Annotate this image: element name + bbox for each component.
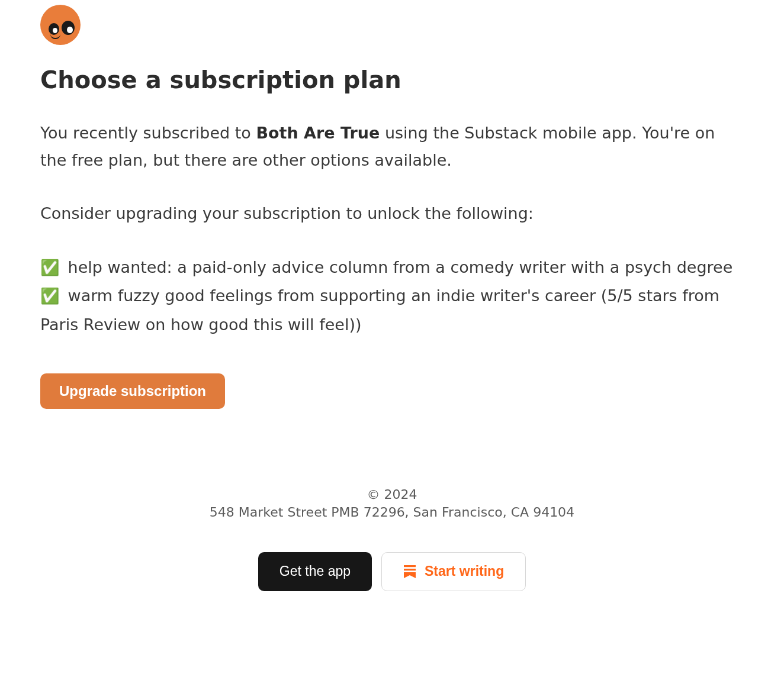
benefit-text: help wanted: a paid-only advice column f…: [68, 258, 733, 276]
logo-eye-left: [49, 23, 59, 35]
upgrade-subscription-button[interactable]: Upgrade subscription: [40, 373, 225, 409]
intro-pre: You recently subscribed to: [40, 124, 256, 142]
footer-copyright: © 2024: [40, 486, 744, 504]
check-icon: ✅: [40, 287, 59, 305]
benefit-item: ✅ help wanted: a paid-only advice column…: [40, 253, 744, 282]
get-the-app-label: Get the app: [279, 565, 351, 578]
benefits-list: ✅ help wanted: a paid-only advice column…: [40, 253, 744, 340]
logo-eye-right: [62, 21, 75, 35]
get-the-app-button[interactable]: Get the app: [258, 552, 372, 591]
svg-rect-1: [404, 569, 416, 570]
intro-paragraph: You recently subscribed to Both Are True…: [40, 120, 744, 174]
svg-rect-0: [404, 565, 416, 567]
check-icon: ✅: [40, 259, 59, 276]
start-writing-label: Start writing: [425, 565, 504, 578]
logo-mouth: [50, 34, 60, 39]
publication-name: Both Are True: [256, 124, 380, 142]
substack-icon: [403, 565, 416, 579]
consider-paragraph: Consider upgrading your subscription to …: [40, 200, 744, 227]
page-title: Choose a subscription plan: [40, 66, 744, 93]
footer-address: 548 Market Street PMB 72296, San Francis…: [40, 504, 744, 521]
publication-logo-icon: [40, 5, 81, 45]
start-writing-button[interactable]: Start writing: [381, 552, 526, 591]
benefit-text: warm fuzzy good feelings from supporting…: [40, 286, 719, 334]
benefit-item: ✅ warm fuzzy good feelings from supporti…: [40, 282, 744, 339]
footer: © 2024 548 Market Street PMB 72296, San …: [40, 486, 744, 591]
